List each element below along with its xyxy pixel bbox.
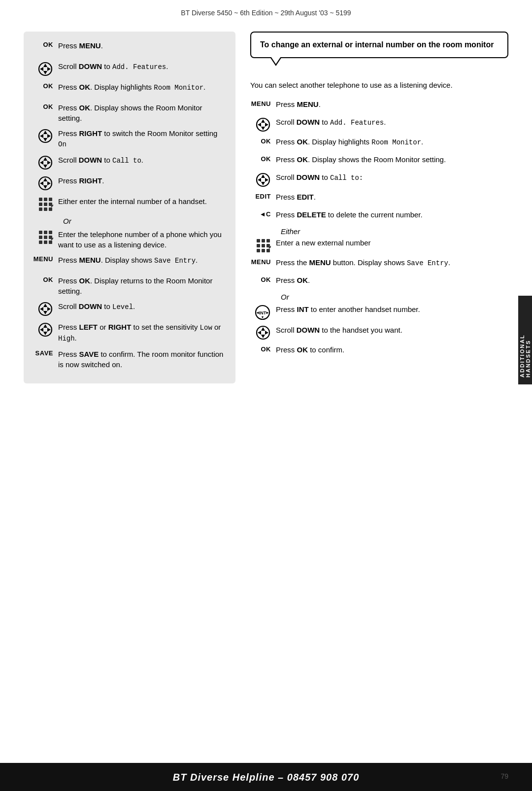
svg-marker-12: [43, 165, 47, 168]
instruction-row: MENUPress MENU. Display shows Save Entry…: [33, 255, 227, 271]
svg-marker-16: [43, 178, 47, 181]
svg-marker-56: [261, 174, 265, 178]
instruction-text: Scroll DOWN to Call to:: [276, 172, 508, 183]
instruction-text: Enter a new external number: [276, 238, 508, 248]
instruction-row: Scroll DOWN to Call to:: [250, 172, 508, 188]
nav-icon: [33, 128, 58, 144]
nav-icon: [250, 172, 276, 188]
svg-rect-37: [44, 241, 47, 244]
instruction-text: Press LEFT or RIGHT to set the sensitivi…: [58, 322, 227, 344]
instruction-row: Scroll DOWN to Add. Features.: [250, 117, 508, 133]
keypad-icon: [33, 229, 58, 245]
key-label: OK: [33, 82, 58, 90]
svg-marker-46: [43, 324, 47, 328]
instruction-text: Press RIGHT to switch the Room Monitor s…: [58, 128, 227, 150]
svg-marker-47: [43, 332, 47, 335]
callout-title: To change an external or internal number…: [260, 40, 494, 49]
instruction-text: Press OK. Display highlights Room Monito…: [276, 137, 508, 148]
svg-marker-78: [258, 331, 261, 335]
instruction-row: ◄CPress DELETE to delete the current num…: [250, 209, 508, 223]
svg-marker-58: [258, 178, 261, 182]
svg-marker-53: [258, 123, 261, 127]
svg-marker-8: [40, 134, 43, 138]
svg-rect-64: [262, 244, 265, 247]
svg-rect-65: [266, 244, 270, 247]
instruction-row: Scroll DOWN to Call to.: [33, 155, 227, 171]
svg-text:▼: ▼: [261, 315, 265, 319]
svg-marker-18: [40, 181, 43, 185]
instruction-text: Press MENU.: [58, 40, 227, 51]
nav-icon: [33, 61, 58, 77]
footer-text: BT Diverse Helpline – 08457 908 070: [173, 772, 360, 783]
svg-rect-38: [49, 241, 52, 244]
svg-rect-68: [266, 249, 270, 252]
instruction-row: OKPress MENU.: [33, 40, 227, 56]
nav-icon: [33, 301, 58, 317]
key-label: ◄C: [250, 209, 276, 218]
instruction-text: Press the MENU button. Display shows Sav…: [276, 257, 508, 269]
nav-icon: [250, 325, 276, 341]
instruction-row: MENUPress the MENU button. Display shows…: [250, 257, 508, 271]
page-number: 79: [500, 772, 508, 780]
svg-marker-42: [43, 311, 47, 314]
key-label: SAVE: [33, 349, 58, 357]
instruction-row: MENUPress MENU.: [250, 99, 508, 113]
svg-rect-61: [262, 239, 265, 242]
svg-marker-19: [47, 181, 51, 185]
svg-marker-6: [43, 131, 47, 134]
main-content: OKPress MENU. Scroll DOWN to Add. Featur…: [0, 22, 532, 393]
svg-rect-60: [257, 239, 260, 242]
instruction-row: Enter the telephone number of a phone wh…: [33, 229, 227, 250]
svg-rect-30: [39, 231, 42, 234]
svg-marker-43: [40, 307, 43, 311]
svg-marker-49: [47, 328, 51, 332]
svg-marker-14: [47, 161, 51, 165]
either-separator: Either: [281, 227, 508, 236]
keypad-icon: [33, 196, 58, 212]
instruction-row: Press RIGHT to switch the Room Monitor s…: [33, 128, 227, 150]
instruction-text: Press SAVE to confirm. The room monitor …: [58, 349, 227, 370]
svg-text:►: ►: [266, 310, 269, 315]
svg-marker-76: [261, 327, 265, 331]
svg-rect-21: [44, 198, 47, 201]
instruction-text: Press EDIT.: [276, 192, 508, 202]
svg-marker-11: [43, 157, 47, 161]
instruction-row: OKPress OK. Display shows the Room Monit…: [33, 103, 227, 123]
or-separator: Or: [281, 293, 508, 301]
instruction-row: Enter a new external number: [250, 238, 508, 253]
svg-rect-22: [49, 198, 52, 201]
key-label: OK: [250, 275, 276, 283]
instruction-row: SAVEPress SAVE to confirm. The room moni…: [33, 349, 227, 370]
side-tab: Additional Handsets: [518, 296, 532, 384]
instruction-text: Press OK. Display shows the Room Monitor…: [276, 154, 508, 165]
key-label: OK: [33, 275, 58, 283]
intro-text: You can select another telephone to use …: [250, 80, 508, 91]
svg-marker-2: [43, 71, 47, 74]
key-label: OK: [33, 103, 58, 110]
instruction-text: Scroll DOWN to Add. Features.: [58, 61, 227, 72]
instruction-text: Press OK. Display returns to the Room Mo…: [58, 275, 227, 296]
nav-icon: [33, 175, 58, 191]
instruction-row: INT ▼ ◄ ► Press INT to enter another han…: [250, 304, 508, 321]
svg-marker-44: [47, 307, 51, 311]
key-label: OK: [250, 344, 276, 353]
svg-marker-48: [40, 328, 43, 332]
instruction-text: Scroll DOWN to the handset you want.: [276, 325, 508, 335]
key-label: MENU: [250, 99, 276, 107]
instruction-text: Enter the telephone number of a phone wh…: [58, 229, 227, 250]
key-label: MENU: [250, 257, 276, 266]
svg-rect-28: [49, 207, 52, 211]
svg-marker-79: [265, 331, 268, 335]
svg-rect-63: [257, 244, 260, 247]
svg-marker-54: [265, 123, 268, 127]
key-label: EDIT: [250, 192, 276, 200]
key-label: OK: [250, 154, 276, 163]
left-column: OKPress MENU. Scroll DOWN to Add. Featur…: [24, 32, 235, 383]
instruction-text: Press MENU. Display shows Save Entry.: [58, 255, 227, 266]
header-title: BT Diverse 5450 ~ 6th Edition ~ 29th Aug…: [181, 9, 351, 17]
key-label: MENU: [33, 255, 58, 263]
svg-marker-13: [40, 161, 43, 165]
instruction-row: Press RIGHT.: [33, 175, 227, 191]
instruction-row: OKPress OK. Display shows the Room Monit…: [250, 154, 508, 168]
instruction-row: Scroll DOWN to Add. Features.: [33, 61, 227, 77]
